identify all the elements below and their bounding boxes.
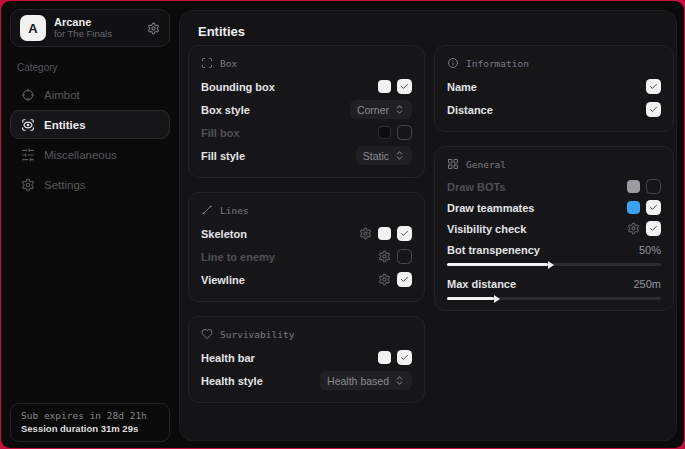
setting-row-box-style: Box style Corner xyxy=(201,98,412,121)
brand-card: A Arcane for The Finals xyxy=(10,9,170,47)
slider-thumb[interactable] xyxy=(548,261,554,269)
crosshair-icon xyxy=(21,88,35,102)
heart-icon xyxy=(201,328,213,340)
box-section: Box Bounding box Box style Cor xyxy=(188,45,425,178)
fill-box-checkbox[interactable] xyxy=(397,125,412,140)
bounding-box-color-swatch[interactable] xyxy=(378,80,391,93)
sidebar-item-entities[interactable]: Entities xyxy=(10,110,170,139)
chevrons-up-down-icon xyxy=(394,150,405,161)
viewline-checkbox[interactable] xyxy=(397,272,412,287)
check-icon xyxy=(400,275,409,284)
scan-eye-icon xyxy=(21,118,35,132)
check-icon xyxy=(649,105,658,114)
health-style-select[interactable]: Health based xyxy=(320,371,412,390)
bounding-box-checkbox[interactable] xyxy=(397,79,412,94)
bot-transparency-slider-group: Bot transpenency 50% xyxy=(447,241,661,266)
grid-dots-icon xyxy=(447,158,459,170)
lines-section: Lines Skeleton Line to enemy xyxy=(188,192,425,302)
visibility-gear-icon[interactable] xyxy=(627,222,640,235)
distance-checkbox[interactable] xyxy=(646,102,661,117)
brand-subtitle: for The Finals xyxy=(54,29,112,40)
max-distance-slider[interactable] xyxy=(447,297,661,300)
draw-teammates-color-swatch[interactable] xyxy=(627,201,640,214)
setting-row-health-style: Health style Health based xyxy=(201,369,412,392)
check-icon xyxy=(649,203,658,212)
skeleton-color-swatch[interactable] xyxy=(378,227,391,240)
chevrons-up-down-icon xyxy=(394,375,405,386)
check-icon xyxy=(400,229,409,238)
setting-row-fill-style: Fill style Static xyxy=(201,144,412,167)
slider-thumb[interactable] xyxy=(494,295,500,303)
session-duration-text: Session duration 31m 29s xyxy=(21,423,159,434)
setting-row-health-bar: Health bar xyxy=(201,346,412,369)
setting-row-viewline: Viewline xyxy=(201,268,412,291)
fill-style-select[interactable]: Static xyxy=(356,146,412,165)
max-distance-slider-group: Max distance 250m xyxy=(447,275,661,300)
check-icon xyxy=(400,353,409,362)
box-style-select[interactable]: Corner xyxy=(350,100,412,119)
sliders-icon xyxy=(21,148,35,162)
subscription-card: Sub expires in 28d 21h Session duration … xyxy=(10,403,170,442)
section-title: Lines xyxy=(220,205,249,216)
diagonal-line-icon xyxy=(201,204,213,216)
viewline-gear-icon[interactable] xyxy=(378,273,391,286)
skeleton-gear-icon[interactable] xyxy=(359,227,372,240)
app-window: A Arcane for The Finals Category Aimbot … xyxy=(1,1,684,448)
section-title: Box xyxy=(220,58,237,69)
sidebar: A Arcane for The Finals Category Aimbot … xyxy=(1,1,179,448)
section-title: General xyxy=(466,159,506,170)
main-panel: Entities Box Bounding box xyxy=(179,10,677,441)
brand-gear-icon[interactable] xyxy=(147,22,160,35)
bot-transparency-slider[interactable] xyxy=(447,263,661,266)
setting-row-draw-bots: Draw BOTs xyxy=(447,176,661,197)
information-section: Information Name Distance xyxy=(434,45,674,132)
chevrons-up-down-icon xyxy=(394,104,405,115)
line-to-enemy-checkbox[interactable] xyxy=(397,249,412,264)
bot-transparency-value: 50% xyxy=(639,244,661,256)
line-to-enemy-gear-icon[interactable] xyxy=(378,250,391,263)
check-icon xyxy=(649,224,658,233)
page-title: Entities xyxy=(198,24,245,39)
draw-bots-color-swatch[interactable] xyxy=(627,180,640,193)
health-bar-checkbox[interactable] xyxy=(397,350,412,365)
sidebar-item-settings[interactable]: Settings xyxy=(10,170,170,199)
section-title: Information xyxy=(466,58,529,69)
survivability-section: Survivability Health bar Health style xyxy=(188,316,425,403)
draw-teammates-checkbox[interactable] xyxy=(646,200,661,215)
info-icon xyxy=(447,57,459,69)
setting-row-distance: Distance xyxy=(447,98,661,121)
general-section: General Draw BOTs Draw teammates xyxy=(434,146,674,311)
setting-row-line-to-enemy: Line to enemy xyxy=(201,245,412,268)
setting-row-skeleton: Skeleton xyxy=(201,222,412,245)
sidebar-item-miscellaneous[interactable]: Miscellaneous xyxy=(10,140,170,169)
name-checkbox[interactable] xyxy=(646,79,661,94)
sidebar-item-aimbot[interactable]: Aimbot xyxy=(10,80,170,109)
box-corners-icon xyxy=(201,57,213,69)
setting-row-name: Name xyxy=(447,75,661,98)
sidebar-item-label: Aimbot xyxy=(44,89,80,101)
health-bar-color-swatch[interactable] xyxy=(378,351,391,364)
setting-row-visibility-check: Visibility check xyxy=(447,218,661,239)
setting-row-bounding-box: Bounding box xyxy=(201,75,412,98)
skeleton-checkbox[interactable] xyxy=(397,226,412,241)
check-icon xyxy=(400,82,409,91)
sub-expires-text: Sub expires in 28d 21h xyxy=(21,410,159,421)
setting-row-draw-teammates: Draw teammates xyxy=(447,197,661,218)
category-label: Category xyxy=(17,62,170,73)
check-icon xyxy=(649,82,658,91)
draw-bots-checkbox[interactable] xyxy=(646,179,661,194)
brand-title: Arcane xyxy=(54,16,112,29)
sidebar-item-label: Settings xyxy=(44,179,86,191)
sidebar-item-label: Miscellaneous xyxy=(44,149,117,161)
gear-icon xyxy=(21,178,35,192)
fill-box-color-swatch[interactable] xyxy=(378,126,391,139)
section-title: Survivability xyxy=(220,329,294,340)
setting-row-fill-box: Fill box xyxy=(201,121,412,144)
brand-logo: A xyxy=(20,15,46,41)
sidebar-item-label: Entities xyxy=(44,119,86,131)
max-distance-value: 250m xyxy=(633,278,661,290)
visibility-check-checkbox[interactable] xyxy=(646,221,661,236)
